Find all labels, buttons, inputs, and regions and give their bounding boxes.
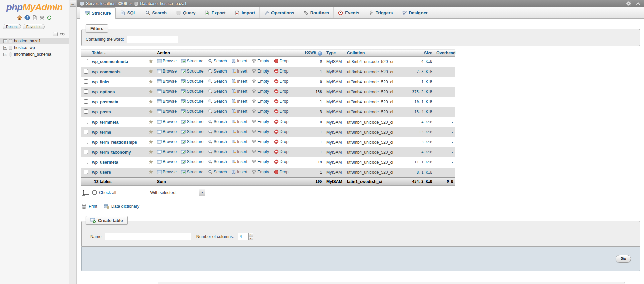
tree-item-database[interactable]: + information_schema: [0, 51, 69, 58]
go-button[interactable]: Go: [616, 255, 631, 263]
drop-link[interactable]: Drop: [274, 59, 289, 63]
insert-link[interactable]: Insert: [231, 59, 247, 63]
insert-link[interactable]: Insert: [231, 149, 247, 154]
insert-link[interactable]: Insert: [231, 99, 247, 104]
tab-sql[interactable]: SQL: [116, 7, 141, 18]
empty-link[interactable]: Empty: [252, 59, 269, 63]
structure-link[interactable]: Structure: [181, 89, 203, 94]
browse-link[interactable]: Browse: [157, 129, 177, 134]
row-checkbox[interactable]: [84, 59, 88, 63]
tab-designer[interactable]: Designer: [397, 7, 432, 18]
browse-link[interactable]: Browse: [157, 149, 177, 154]
tab-query[interactable]: Query: [171, 7, 200, 18]
browse-link[interactable]: Browse: [157, 109, 177, 114]
structure-link[interactable]: Structure: [181, 119, 203, 124]
drop-link[interactable]: Drop: [274, 139, 289, 144]
favorite-star-icon[interactable]: [148, 99, 153, 104]
drop-link[interactable]: Drop: [274, 69, 289, 74]
browse-link[interactable]: Browse: [157, 99, 177, 104]
table-name-link[interactable]: wp_options: [92, 90, 115, 94]
recent-button[interactable]: Recent: [3, 24, 21, 29]
tab-operations[interactable]: Operations: [260, 7, 299, 18]
tree-item-database[interactable]: + hostico_baza1: [0, 38, 69, 44]
search-link[interactable]: Search: [208, 59, 227, 63]
structure-link[interactable]: Structure: [181, 59, 203, 63]
check-all-checkbox[interactable]: [92, 190, 97, 195]
breadcrumb-server[interactable]: Server: localhost:3306: [86, 1, 127, 6]
drop-link[interactable]: Drop: [274, 119, 289, 124]
print-link[interactable]: Print: [89, 204, 97, 209]
browse-link[interactable]: Browse: [157, 119, 177, 124]
empty-link[interactable]: Empty: [252, 69, 269, 74]
table-name-link[interactable]: wp_terms: [92, 130, 111, 135]
new-table-name-input[interactable]: [105, 233, 191, 240]
browse-link[interactable]: Browse: [157, 59, 177, 63]
table-name-link[interactable]: wp_usermeta: [92, 160, 118, 165]
phpmyadmin-logo[interactable]: phpMyAdmin: [0, 0, 69, 13]
drop-link[interactable]: Drop: [274, 79, 289, 84]
favorite-star-icon[interactable]: [148, 89, 153, 94]
structure-link[interactable]: Structure: [181, 69, 203, 74]
search-link[interactable]: Search: [208, 139, 227, 144]
favorites-button[interactable]: Favorites: [23, 24, 45, 29]
drop-link[interactable]: Drop: [274, 129, 289, 134]
table-name-link[interactable]: wp_comments: [92, 69, 120, 74]
insert-link[interactable]: Insert: [231, 159, 247, 164]
insert-link[interactable]: Insert: [231, 79, 247, 84]
favorite-star-icon[interactable]: [148, 169, 153, 174]
insert-link[interactable]: Insert: [231, 109, 247, 114]
table-name-link[interactable]: wp_term_taxonomy: [92, 150, 131, 155]
drop-link[interactable]: Drop: [274, 159, 289, 164]
home-icon[interactable]: [17, 15, 22, 20]
search-link[interactable]: Search: [208, 79, 227, 84]
rows-help-icon[interactable]: ?: [318, 51, 322, 56]
insert-link[interactable]: Insert: [231, 119, 247, 124]
page-settings-gear-icon[interactable]: [626, 1, 632, 6]
sort-by-table-link[interactable]: Table: [92, 51, 103, 55]
sort-by-size-link[interactable]: Size: [424, 51, 432, 55]
browse-link[interactable]: Browse: [157, 139, 177, 144]
row-checkbox[interactable]: [84, 109, 88, 114]
browse-link[interactable]: Browse: [157, 69, 177, 74]
sort-by-collation-link[interactable]: Collation: [347, 51, 365, 55]
with-selected-select[interactable]: With selected: ▼: [148, 189, 205, 196]
favorite-star-icon[interactable]: [148, 109, 153, 114]
data-dictionary-link[interactable]: Data dictionary: [111, 204, 139, 209]
row-checkbox[interactable]: [84, 170, 88, 174]
favorite-star-icon[interactable]: [148, 59, 153, 64]
structure-link[interactable]: Structure: [181, 139, 203, 144]
empty-link[interactable]: Empty: [252, 89, 269, 94]
structure-link[interactable]: Structure: [181, 149, 203, 154]
structure-link[interactable]: Structure: [181, 170, 203, 174]
structure-link[interactable]: Structure: [181, 159, 203, 164]
drop-link[interactable]: Drop: [274, 170, 289, 174]
empty-link[interactable]: Empty: [252, 139, 269, 144]
breadcrumb-database[interactable]: Database: hostico_baza1: [140, 1, 187, 6]
search-link[interactable]: Search: [208, 109, 227, 114]
favorite-star-icon[interactable]: [148, 129, 153, 134]
structure-link[interactable]: Structure: [181, 99, 203, 104]
spinner-down-icon[interactable]: ▼: [249, 237, 253, 241]
empty-link[interactable]: Empty: [252, 109, 269, 114]
browse-link[interactable]: Browse: [157, 170, 177, 174]
help-icon[interactable]: ?: [24, 15, 30, 20]
structure-link[interactable]: Structure: [181, 109, 203, 114]
collapse-top-chevron-icon[interactable]: [636, 1, 641, 6]
spinner-up-icon[interactable]: ▲: [249, 233, 253, 237]
favorite-star-icon[interactable]: [148, 119, 153, 124]
empty-link[interactable]: Empty: [252, 159, 269, 164]
sort-by-type-link[interactable]: Type: [326, 51, 336, 55]
table-name-link[interactable]: wp_links: [92, 80, 109, 84]
insert-link[interactable]: Insert: [231, 69, 247, 74]
table-name-link[interactable]: wp_term_relationships: [92, 140, 137, 145]
search-link[interactable]: Search: [208, 119, 227, 124]
drop-link[interactable]: Drop: [274, 109, 289, 114]
tab-import[interactable]: Import: [230, 7, 260, 18]
table-name-link[interactable]: wp_users: [92, 170, 111, 175]
tree-item-database[interactable]: + hostico_wp: [0, 44, 69, 51]
search-link[interactable]: Search: [208, 129, 227, 134]
table-name-link[interactable]: wp_posts: [92, 110, 111, 114]
sort-by-rows-link[interactable]: Rows: [305, 50, 316, 55]
favorite-star-icon[interactable]: [148, 69, 153, 74]
row-checkbox[interactable]: [84, 120, 88, 124]
